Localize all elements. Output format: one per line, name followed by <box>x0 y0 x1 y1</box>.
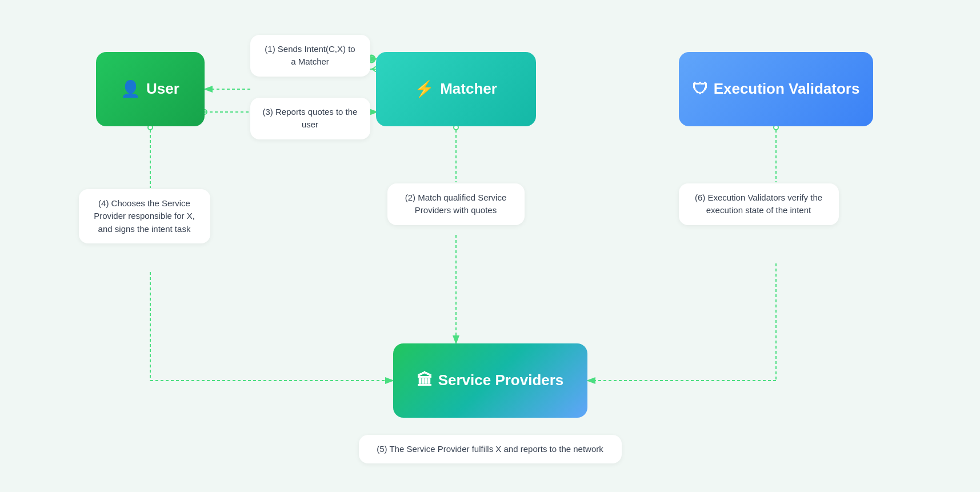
node-service-providers: 🏛 Service Providers <box>393 343 587 418</box>
label-1-text: (1) Sends Intent(C,X) to a Matcher <box>265 44 355 67</box>
service-icon: 🏛 <box>417 371 433 390</box>
label-1: (1) Sends Intent(C,X) to a Matcher <box>250 35 370 77</box>
label-5: (5) The Service Provider fulfills X and … <box>359 435 622 464</box>
user-label: User <box>146 80 179 98</box>
diagram: 👤 User ⚡ Matcher 🛡 Execution Validators … <box>62 18 919 475</box>
matcher-icon: ⚡ <box>414 79 434 98</box>
node-matcher: ⚡ Matcher <box>376 52 536 126</box>
label-4-text: (4) Chooses the Service Provider respons… <box>94 198 195 234</box>
label-3: (3) Reports quotes to the user <box>250 98 370 139</box>
node-user: 👤 User <box>96 52 205 126</box>
matcher-label: Matcher <box>440 80 497 98</box>
validators-label: Execution Validators <box>714 80 860 98</box>
label-5-text: (5) The Service Provider fulfills X and … <box>377 444 603 454</box>
service-label: Service Providers <box>438 371 564 389</box>
label-6-text: (6) Execution Validators verify the exec… <box>695 193 822 215</box>
node-validators: 🛡 Execution Validators <box>679 52 873 126</box>
label-6: (6) Execution Validators verify the exec… <box>679 183 839 225</box>
label-2-text: (2) Match qualified Service Providers wi… <box>405 193 507 215</box>
user-icon: 👤 <box>121 79 141 98</box>
label-3-text: (3) Reports quotes to the user <box>263 107 358 130</box>
label-2: (2) Match qualified Service Providers wi… <box>387 183 525 225</box>
label-4: (4) Chooses the Service Provider respons… <box>79 189 210 244</box>
validators-icon: 🛡 <box>692 79 708 98</box>
